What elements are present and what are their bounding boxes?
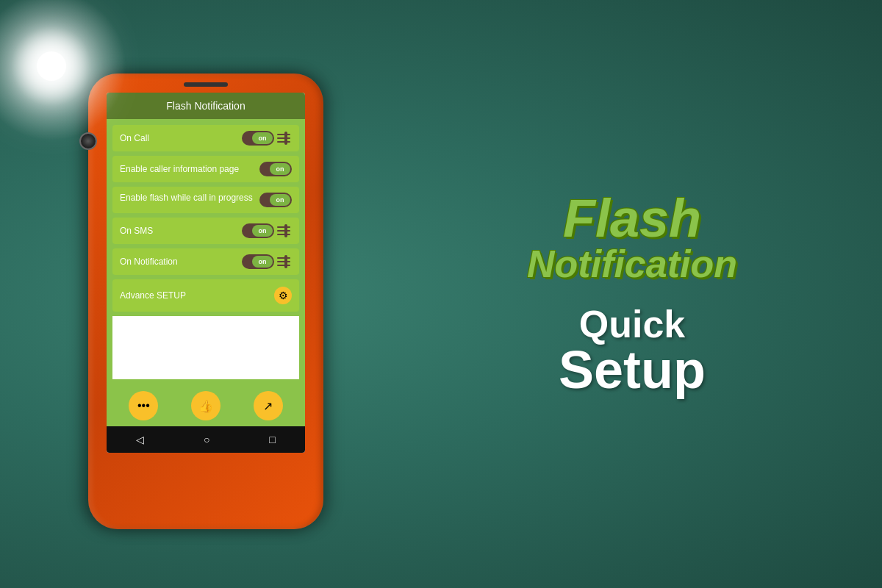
- title-flash: Flash: [563, 192, 701, 245]
- on-sms-toggle[interactable]: on: [242, 223, 274, 238]
- subtitle-quick: Quick: [579, 305, 686, 343]
- android-nav: ◁ ○ □: [107, 426, 305, 453]
- on-notification-sliders-icon[interactable]: [277, 254, 292, 269]
- phone-screen: Flash Notification On Call on: [107, 93, 305, 453]
- flash-in-progress-controls: on: [259, 193, 292, 207]
- screen-content: On Call on: [107, 119, 305, 385]
- toggle-knob: on: [252, 132, 273, 144]
- on-notification-controls: on: [242, 254, 292, 269]
- on-sms-controls: on: [242, 223, 292, 238]
- recents-button[interactable]: □: [269, 434, 275, 445]
- home-button[interactable]: ○: [204, 434, 209, 445]
- toggle-knob: on: [270, 194, 290, 206]
- on-notification-toggle[interactable]: on: [242, 254, 274, 269]
- on-notification-label: On Notification: [120, 257, 242, 267]
- advance-setup-row[interactable]: Advance SETUP ⚙: [112, 279, 299, 312]
- back-button[interactable]: ◁: [136, 434, 144, 445]
- share-button[interactable]: ↗: [254, 391, 283, 420]
- advance-setup-label: Advance SETUP: [120, 290, 274, 301]
- slider-line-2: [277, 137, 290, 139]
- toggle-knob: on: [252, 225, 273, 237]
- on-call-label: On Call: [120, 133, 242, 143]
- caller-info-toggle[interactable]: on: [259, 162, 292, 176]
- more-button[interactable]: •••: [129, 391, 158, 420]
- on-call-row[interactable]: On Call on: [112, 125, 299, 151]
- slider-line-3: [277, 141, 290, 143]
- on-sms-row[interactable]: On SMS on: [112, 218, 299, 244]
- on-call-toggle[interactable]: on: [242, 131, 274, 146]
- bottom-nav: ••• 👍 ↗: [107, 385, 305, 426]
- on-call-controls: on: [242, 131, 292, 146]
- flash-in-progress-toggle[interactable]: on: [259, 193, 292, 207]
- caller-info-controls: on: [259, 162, 292, 176]
- flash-in-progress-row[interactable]: Enable flash while call in progress on: [112, 187, 299, 213]
- on-sms-sliders-icon[interactable]: [277, 223, 292, 238]
- title-notification: Notification: [527, 245, 737, 283]
- phone-device: Flash Notification On Call on: [88, 74, 323, 529]
- like-button[interactable]: 👍: [191, 391, 220, 420]
- caller-info-row[interactable]: Enable caller information page on: [112, 156, 299, 182]
- slider-line-1: [277, 134, 290, 135]
- toggle-knob: on: [270, 163, 290, 175]
- on-call-sliders-icon[interactable]: [277, 131, 292, 146]
- left-section: Flash Notification On Call on: [0, 0, 412, 588]
- white-filler: [112, 316, 299, 379]
- right-section: Flash Notification Quick Setup: [412, 0, 882, 588]
- subtitle-setup: Setup: [559, 343, 706, 396]
- screen-header: Flash Notification: [107, 93, 305, 119]
- phone-top: [88, 74, 323, 87]
- camera-dot: [79, 132, 97, 150]
- flash-in-progress-label: Enable flash while call in progress: [120, 193, 259, 203]
- speaker: [184, 82, 228, 87]
- on-sms-label: On SMS: [120, 226, 242, 236]
- toggle-knob: on: [252, 256, 273, 268]
- on-notification-row[interactable]: On Notification on: [112, 248, 299, 275]
- caller-info-label: Enable caller information page: [120, 164, 259, 174]
- gear-icon: ⚙: [274, 287, 292, 304]
